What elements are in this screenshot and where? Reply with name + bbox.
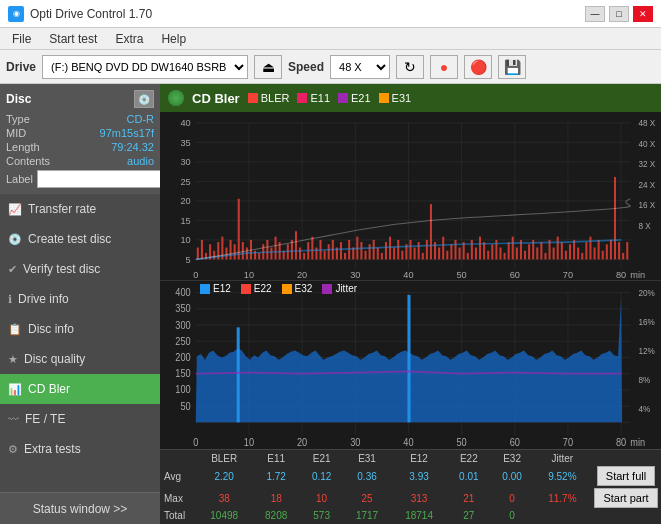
start-full-cell: Start full [591, 465, 661, 487]
sidebar: Disc 💿 Type CD-R MID 97m15s17f Length 79… [0, 84, 160, 524]
stats-max-bler: 38 [196, 487, 252, 509]
status-window-button[interactable]: Status window >> [0, 492, 160, 524]
svg-rect-105 [459, 247, 461, 259]
svg-text:80: 80 [616, 269, 626, 280]
legend-bler: BLER [248, 92, 290, 104]
svg-rect-132 [569, 244, 571, 259]
svg-rect-88 [389, 237, 391, 260]
start-full-button[interactable]: Start full [597, 466, 655, 486]
transfer-rate-icon: 📈 [8, 203, 22, 216]
drive-label: Drive [6, 60, 36, 74]
speed-select[interactable]: 48 X 40 X 32 X 16 X 8 X [330, 55, 390, 79]
sidebar-item-disc-quality-label: Disc quality [24, 352, 85, 366]
svg-text:300: 300 [175, 319, 191, 331]
sidebar-item-drive-info[interactable]: ℹ Drive info [0, 284, 160, 314]
top-chart: 40 35 30 25 20 15 10 5 48 X 40 X 32 X 24… [160, 112, 661, 281]
record-button[interactable]: ● [430, 55, 458, 79]
legend-e11: E11 [297, 92, 330, 104]
svg-text:8 X: 8 X [639, 221, 652, 231]
save-button[interactable]: 💾 [498, 55, 526, 79]
svg-rect-76 [340, 242, 342, 259]
maximize-button[interactable]: □ [609, 6, 629, 22]
stats-total-e31: 1717 [343, 509, 391, 522]
header-e31: E31 [343, 452, 391, 465]
sidebar-item-disc-info[interactable]: 📋 Disc info [0, 314, 160, 344]
sidebar-item-extra-tests[interactable]: ⚙ Extra tests [0, 434, 160, 464]
header-e11: E11 [252, 452, 300, 465]
menu-extra[interactable]: Extra [107, 30, 151, 48]
disc-info-icon: 📋 [8, 323, 22, 336]
svg-rect-100 [438, 247, 440, 259]
refresh-button[interactable]: ↻ [396, 55, 424, 79]
svg-rect-56 [258, 253, 260, 260]
extra-tests-icon: ⚙ [8, 443, 18, 456]
svg-text:70: 70 [563, 269, 573, 280]
sidebar-item-fe-te[interactable]: 〰 FE / TE [0, 404, 160, 434]
disc-icon-button[interactable]: 💿 [134, 90, 154, 108]
svg-text:50: 50 [457, 436, 468, 448]
svg-text:400: 400 [175, 287, 191, 299]
legend-e31-label: E31 [392, 92, 412, 104]
legend-e22-label: E22 [254, 283, 272, 294]
legend-e11-label: E11 [310, 92, 330, 104]
disc-panel: Disc 💿 Type CD-R MID 97m15s17f Length 79… [0, 84, 160, 194]
fe-te-icon: 〰 [8, 413, 19, 425]
svg-rect-83 [369, 244, 371, 259]
legend-e21: E21 [338, 92, 371, 104]
svg-rect-110 [479, 237, 481, 260]
menu-file[interactable]: File [4, 30, 39, 48]
header-e21: E21 [300, 452, 343, 465]
chart-icon [168, 90, 184, 106]
svg-rect-84 [373, 240, 375, 260]
eject-button[interactable]: ⏏ [254, 55, 282, 79]
menu-start-test[interactable]: Start test [41, 30, 105, 48]
sidebar-item-disc-quality[interactable]: ★ Disc quality [0, 344, 160, 374]
svg-rect-67 [303, 253, 305, 260]
svg-rect-144 [618, 242, 620, 259]
stats-avg-label: Avg [160, 465, 196, 487]
burn-button[interactable]: 🔴 [464, 55, 492, 79]
stats-max-e11: 18 [252, 487, 300, 509]
sidebar-item-create-test-disc[interactable]: 💿 Create test disc [0, 224, 160, 254]
stats-avg-e11: 1.72 [252, 465, 300, 487]
svg-text:0: 0 [193, 436, 199, 448]
svg-text:50: 50 [457, 269, 467, 280]
svg-rect-101 [442, 237, 444, 260]
start-part-button[interactable]: Start part [594, 488, 657, 508]
stats-total-bler: 10498 [196, 509, 252, 522]
svg-rect-90 [397, 240, 399, 260]
svg-text:0: 0 [193, 269, 198, 280]
svg-rect-86 [381, 253, 383, 260]
sidebar-item-transfer-rate[interactable]: 📈 Transfer rate [0, 194, 160, 224]
stats-total-btn-cell [591, 509, 661, 522]
svg-rect-48 [225, 247, 227, 259]
bottom-chart-svg: 400 350 300 250 200 150 100 50 20% 16% 1… [160, 281, 661, 449]
disc-label-label: Label [6, 173, 33, 185]
legend-e21-label: E21 [351, 92, 371, 104]
svg-text:200: 200 [175, 351, 191, 363]
svg-text:30: 30 [180, 156, 190, 167]
stats-max-jitter: 11.7% [534, 487, 591, 509]
menu-help[interactable]: Help [153, 30, 194, 48]
svg-rect-45 [213, 251, 215, 260]
svg-rect-70 [315, 247, 317, 259]
svg-rect-81 [360, 242, 362, 259]
disc-label-input[interactable] [37, 170, 170, 188]
svg-rect-104 [454, 240, 456, 260]
close-button[interactable]: ✕ [633, 6, 653, 22]
stats-area: BLER E11 E21 E31 E12 E22 E32 Jitter [160, 449, 661, 524]
disc-length-label: Length [6, 141, 40, 153]
svg-rect-58 [266, 240, 268, 260]
minimize-button[interactable]: — [585, 6, 605, 22]
svg-text:25: 25 [180, 175, 190, 186]
sidebar-item-verify-test-disc[interactable]: ✔ Verify test disc [0, 254, 160, 284]
drive-select[interactable]: (F:) BENQ DVD DD DW1640 BSRB [42, 55, 248, 79]
svg-rect-49 [230, 240, 232, 260]
svg-rect-87 [385, 242, 387, 259]
chart-header: CD Bler BLER E11 E21 E31 [160, 84, 661, 112]
stats-max-e32: 0 [490, 487, 533, 509]
svg-rect-102 [446, 251, 448, 260]
sidebar-item-cd-bler[interactable]: 📊 CD Bler [0, 374, 160, 404]
svg-rect-115 [499, 247, 501, 259]
drive-bar: Drive (F:) BENQ DVD DD DW1640 BSRB ⏏ Spe… [0, 50, 661, 84]
